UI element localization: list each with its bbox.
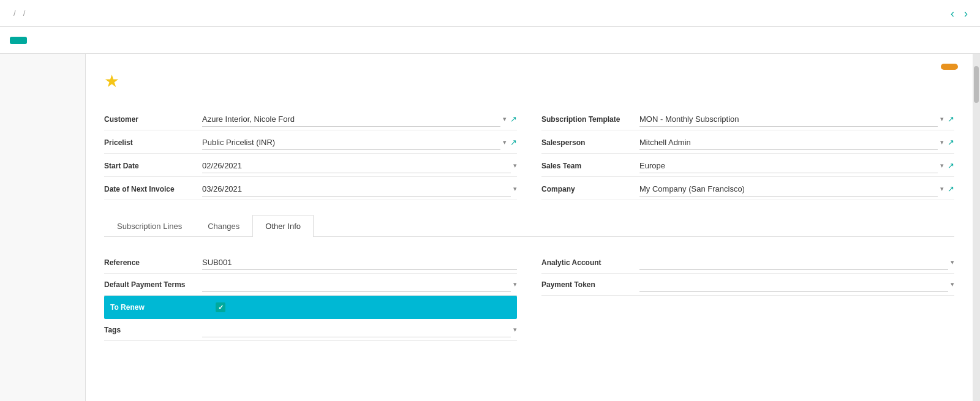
external-link-0-left[interactable]: ↗ xyxy=(510,114,517,124)
form-area: ★ Customer▾↗Pricelist▾↗Start Date▾Date o… xyxy=(86,54,973,401)
oi-input-reference[interactable] xyxy=(202,255,517,270)
label-start-date: Start Date xyxy=(104,158,202,174)
dropdown-arrow-2-right[interactable]: ▾ xyxy=(940,162,944,170)
dropdown-arrow-3-left[interactable]: ▾ xyxy=(513,185,517,193)
label-date-of-next-invoice: Date of Next Invoice xyxy=(104,181,202,197)
oi-field-row-right-payment_token: Payment Token▾ xyxy=(541,274,954,296)
oi-label-default_payment_terms: Default Payment Terms xyxy=(104,277,202,293)
label-right-1: Salesperson xyxy=(541,135,639,151)
input-customer[interactable] xyxy=(202,112,500,127)
save-button[interactable] xyxy=(10,37,27,44)
breadcrumb: / / xyxy=(10,9,29,18)
label-customer: Customer xyxy=(104,111,202,127)
dropdown-arrow-0-left[interactable]: ▾ xyxy=(503,115,507,123)
other-info-grid: ReferenceDefault Payment Terms▾To RenewT… xyxy=(104,252,954,341)
pagination-controls: ‹ › xyxy=(943,6,970,21)
action-bar xyxy=(0,27,980,54)
oi-input-default_payment_terms[interactable] xyxy=(202,277,511,292)
sidebar-left xyxy=(0,54,86,401)
external-link-0-right[interactable]: ↗ xyxy=(948,114,954,124)
input-right-company[interactable] xyxy=(639,182,938,197)
form-title-container: ★ xyxy=(104,71,954,91)
status-badge xyxy=(941,64,958,70)
input-right-salesperson[interactable] xyxy=(639,135,938,150)
oi-dropdown-default_payment_terms[interactable]: ▾ xyxy=(513,280,517,288)
input-right-subscription-template[interactable] xyxy=(639,112,938,127)
label-right-0: Subscription Template xyxy=(541,111,639,127)
other-info-right: Analytic Account▾Payment Token▾ xyxy=(541,252,954,341)
label-to-renew: To Renew xyxy=(110,299,208,315)
tab-subscription_lines[interactable]: Subscription Lines xyxy=(104,215,195,237)
field-row-start-date: Start Date▾ xyxy=(104,155,517,177)
oi-field-row-right-analytic_account: Analytic Account▾ xyxy=(541,252,954,274)
scrollbar-thumb xyxy=(974,66,979,103)
other-info-left: ReferenceDefault Payment Terms▾To RenewT… xyxy=(104,252,517,341)
prev-button[interactable]: ‹ xyxy=(948,6,957,21)
input-start-date[interactable] xyxy=(202,159,511,173)
field-row-date-of-next-invoice: Date of Next Invoice▾ xyxy=(104,178,517,200)
dropdown-arrow-1-left[interactable]: ▾ xyxy=(503,138,507,146)
label-pricelist: Pricelist xyxy=(104,135,202,151)
oi-label-reference: Reference xyxy=(104,255,202,271)
to-renew-checkbox[interactable] xyxy=(216,302,225,312)
oi-input-tags[interactable] xyxy=(202,323,511,337)
field-row-pricelist: Pricelist▾↗ xyxy=(104,132,517,154)
tabs-list: Subscription LinesChangesOther Info xyxy=(104,215,954,236)
form-section-right: Subscription Template▾↗Salesperson▾↗Sale… xyxy=(541,108,954,200)
field-row-customer: Customer▾↗ xyxy=(104,108,517,130)
oi-label-tags: Tags xyxy=(104,322,202,338)
main-form-grid: Customer▾↗Pricelist▾↗Start Date▾Date of … xyxy=(104,108,954,200)
tab-changes[interactable]: Changes xyxy=(195,215,252,237)
field-row-right-subscription-template: Subscription Template▾↗ xyxy=(541,108,954,130)
oi-dropdown-right-payment_token[interactable]: ▾ xyxy=(951,280,954,288)
discard-button[interactable] xyxy=(34,37,39,44)
field-row-to-renew-highlighted: To Renew xyxy=(104,296,517,319)
external-link-3-right[interactable]: ↗ xyxy=(948,184,954,193)
oi-field-row-reference: Reference xyxy=(104,252,517,274)
form-section-left: Customer▾↗Pricelist▾↗Start Date▾Date of … xyxy=(104,108,517,200)
oi-field-row-tags: Tags▾ xyxy=(104,319,517,341)
external-link-2-right[interactable]: ↗ xyxy=(948,161,954,170)
oi-label-right-payment_token: Payment Token xyxy=(541,277,639,293)
external-link-1-left[interactable]: ↗ xyxy=(510,138,517,147)
oi-field-row-default_payment_terms: Default Payment Terms▾ xyxy=(104,274,517,296)
dropdown-arrow-0-right[interactable]: ▾ xyxy=(940,115,944,123)
dropdown-arrow-3-right[interactable]: ▾ xyxy=(940,185,944,193)
tabs-container: Subscription LinesChangesOther Info xyxy=(104,215,954,237)
oi-dropdown-tags[interactable]: ▾ xyxy=(513,326,517,334)
oi-input-right-analytic_account[interactable] xyxy=(639,255,948,270)
input-pricelist[interactable] xyxy=(202,135,500,150)
tab-other_info[interactable]: Other Info xyxy=(252,215,314,237)
favorite-star-icon[interactable]: ★ xyxy=(104,71,119,91)
oi-input-right-payment_token[interactable] xyxy=(639,277,948,292)
field-row-right-salesperson: Salesperson▾↗ xyxy=(541,132,954,154)
input-right-sales-team[interactable] xyxy=(639,159,938,173)
next-button[interactable]: › xyxy=(962,6,970,21)
tab-content-other-info: ReferenceDefault Payment Terms▾To RenewT… xyxy=(104,237,954,356)
field-row-right-sales-team: Sales Team▾↗ xyxy=(541,155,954,177)
scrollbar[interactable] xyxy=(973,54,980,401)
dropdown-arrow-2-left[interactable]: ▾ xyxy=(513,162,517,170)
label-right-2: Sales Team xyxy=(541,158,639,174)
external-link-1-right[interactable]: ↗ xyxy=(948,138,954,147)
dropdown-arrow-1-right[interactable]: ▾ xyxy=(940,138,944,146)
field-row-right-company: Company▾↗ xyxy=(541,178,954,200)
input-date-of-next-invoice[interactable] xyxy=(202,182,511,197)
oi-dropdown-right-analytic_account[interactable]: ▾ xyxy=(951,258,954,266)
label-right-3: Company xyxy=(541,181,639,197)
oi-label-right-analytic_account: Analytic Account xyxy=(541,255,639,271)
